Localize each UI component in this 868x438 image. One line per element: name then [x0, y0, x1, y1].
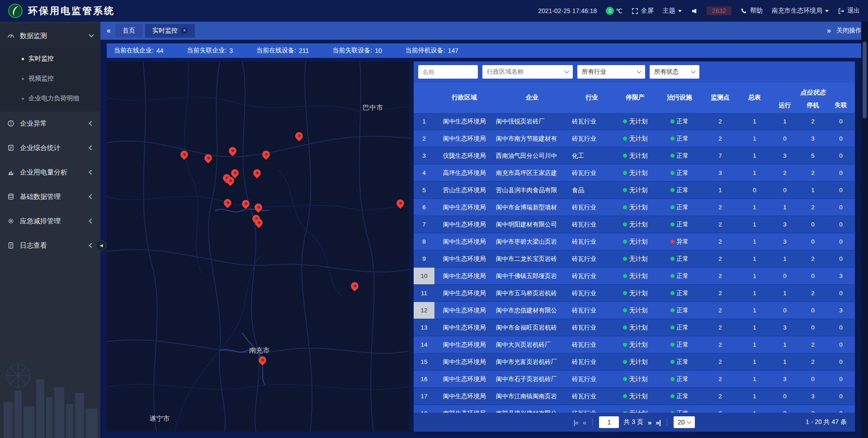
cell-run: 2 — [771, 165, 799, 181]
map-pin[interactable] — [253, 169, 263, 179]
org-selector[interactable]: 南充市生态环境局 — [772, 7, 829, 15]
sidebar-group[interactable]: 企业用电量分析 — [0, 160, 100, 184]
sidebar-group[interactable]: 企业异常 — [0, 111, 100, 136]
map-pin[interactable] — [259, 356, 269, 366]
cell-industry: 食品 — [570, 182, 613, 198]
chevron-left-icon — [89, 170, 94, 174]
table-row[interactable]: 11阆中生态环境局阆中市五马桥页岩机砖砖瓦行业无计划正常21120 — [414, 285, 855, 302]
table-row[interactable]: 5营山生态环境局营山县润丰肉食品有限食品无计划正常10010 — [414, 182, 855, 199]
sidebar-group-label: 企业异常 — [20, 119, 84, 128]
sidebar-subitem[interactable]: 实时监控 — [0, 49, 100, 69]
announcement-button[interactable] — [691, 8, 698, 14]
region-filter-select[interactable]: 行政区域名称 — [482, 65, 573, 79]
map-pin[interactable] — [351, 282, 361, 292]
last-page-button[interactable]: »| — [656, 419, 660, 426]
map-pin[interactable] — [396, 199, 406, 209]
first-page-button[interactable]: |« — [574, 419, 579, 426]
table-row[interactable]: 6阆中生态环境局阆中市金博瑞新型墙材砖瓦行业无计划正常21120 — [414, 199, 855, 216]
sidebar-group[interactable]: 应急减排管理 — [0, 209, 100, 233]
table-row[interactable]: 3仪陇生态环境局西南油气田分公司川中化工无计划正常71350 — [414, 147, 855, 165]
table-row[interactable]: 17阆中生态环境局阆中市江南镇阆南页岩砖瓦行业无计划正常21030 — [414, 388, 855, 405]
status-filter-select[interactable]: 所有状态 — [650, 65, 699, 79]
cell-industry: 砖瓦行业 — [570, 388, 613, 405]
table-row[interactable]: 10阆中生态环境局阆中千佛镇五郎垭页岩砖瓦行业无计划正常21003 — [414, 268, 855, 285]
cell-index: 10 — [414, 268, 434, 284]
table-row[interactable]: 1阆中生态环境局阆中强锐页岩砖厂砖瓦行业无计划正常21120 — [414, 113, 855, 130]
cell-run: 3 — [771, 216, 799, 233]
cell-points: 2 — [702, 388, 738, 405]
tab-bar: « 首页实时监控× » 关闭操作 — [100, 22, 868, 40]
cell-stop: 3 — [799, 130, 827, 147]
cell-points: 2 — [702, 353, 738, 370]
fullscreen-button[interactable]: 全屏 — [632, 7, 654, 15]
prev-page-button[interactable]: « — [583, 419, 586, 426]
status-text: 无计划 — [629, 152, 648, 160]
cell-industry: 砖瓦行业 — [570, 250, 613, 267]
map-pin[interactable] — [242, 200, 252, 210]
pagination-divider — [667, 419, 667, 426]
map-pin[interactable] — [204, 154, 214, 164]
status-dot-green — [623, 240, 627, 244]
tab-close-icon[interactable]: × — [181, 28, 188, 34]
table-row[interactable]: 18南部生态环境局南部县建兴建材有限公砖瓦行业无计划正常21030 — [414, 405, 855, 413]
scrollbar-thumb[interactable] — [863, 42, 867, 118]
table-row[interactable]: 14阆中生态环境局阆中大兴页岩机砖厂砖瓦行业无计划正常21120 — [414, 336, 855, 353]
close-operations-button[interactable]: 关闭操作 — [836, 27, 862, 35]
table-row[interactable]: 4高坪生态环境局南充市高坪区王家店建砖瓦行业无计划正常31220 — [414, 165, 855, 182]
table-row[interactable]: 8阆中生态环境局阆中市枣碧大梁山页岩砖瓦行业无计划异常21300 — [414, 233, 855, 250]
table-row[interactable]: 7阆中生态环境局阆中明阳建材有限公司砖瓦行业无计划正常21300 — [414, 216, 855, 233]
tabs-back-icon[interactable]: « — [107, 27, 111, 35]
cell-points: 2 — [702, 336, 738, 353]
sidebar-collapse-button[interactable]: ◀ — [96, 240, 107, 251]
status-dot-red — [670, 240, 675, 244]
map-panel[interactable]: 巴中市南充市遂宁市 — [107, 61, 409, 432]
map-pin[interactable] — [229, 147, 239, 157]
map-pin[interactable] — [262, 151, 272, 160]
theme-button[interactable]: 主题 — [663, 7, 682, 15]
name-filter-input[interactable] — [418, 65, 478, 79]
cell-run: 3 — [771, 319, 799, 336]
alert-icon — [7, 120, 14, 127]
cell-lost: 0 — [827, 182, 855, 198]
sidebar-group[interactable]: 数据监测 — [0, 24, 100, 48]
table-row[interactable]: 9阆中生态环境局阆中市二龙长宝页岩砖砖瓦行业无计划正常21120 — [414, 250, 855, 268]
logout-button[interactable]: 退出 — [838, 7, 860, 15]
next-page-button[interactable]: » — [648, 419, 651, 426]
map-pin[interactable] — [224, 199, 234, 209]
table-row[interactable]: 16阆中生态环境局阆中市石子页岩机砖厂砖瓦行业无计划正常21300 — [414, 371, 855, 388]
map-pin[interactable] — [255, 203, 264, 213]
map-pin[interactable] — [226, 177, 236, 187]
cell-points: 2 — [702, 250, 738, 267]
pin-icon — [395, 198, 406, 209]
cell-lost: 0 — [827, 405, 855, 413]
status-text: 无计划 — [629, 375, 648, 383]
table-row[interactable]: 12阆中生态环境局阆中市忠信建材有限公砖瓦行业无计划正常21003 — [414, 302, 855, 319]
table-row[interactable]: 15阆中生态环境局阆中市光富页岩机砖厂砖瓦行业无计划正常21120 — [414, 353, 855, 371]
stat-label: 当前停机设备: — [406, 47, 445, 55]
pin-center-dot — [229, 179, 232, 183]
tab-0[interactable]: 首页 — [115, 24, 142, 38]
industry-filter-select[interactable]: 所有行业 — [577, 65, 645, 79]
sidebar-group[interactable]: 基础数据管理 — [0, 184, 100, 209]
sidebar-subitem[interactable]: 视频监控 — [0, 69, 100, 89]
status-dot-green — [623, 154, 627, 158]
cell-meters: 1 — [738, 319, 771, 336]
map-pin[interactable] — [295, 132, 305, 142]
map-pin[interactable] — [255, 219, 265, 229]
page-size-select[interactable]: 20 — [674, 416, 695, 428]
cell-lost: 0 — [827, 199, 855, 216]
page-number-input[interactable] — [599, 416, 619, 428]
sidebar-group[interactable]: 日志查看 — [0, 233, 100, 258]
table-row[interactable]: 13阆中生态环境局阆中市金福旺页岩机砖砖瓦行业无计划正常21300 — [414, 319, 855, 336]
help-button[interactable]: 帮助 — [741, 7, 763, 15]
table-row[interactable]: 2阆中生态环境局阆中市南方节能建材有砖瓦行业无计划正常21030 — [414, 130, 855, 147]
cell-company: 阆中市南方节能建材有 — [494, 130, 570, 147]
tabs-forward-icon[interactable]: » — [827, 27, 831, 35]
cell-index: 18 — [414, 405, 434, 413]
tab-1[interactable]: 实时监控× — [145, 24, 195, 38]
sidebar-subitem[interactable]: 企业电力负荷明细 — [0, 89, 100, 108]
sidebar-group[interactable]: 企业综合统计 — [0, 136, 100, 160]
skyline-decoration — [0, 348, 100, 438]
map-pin[interactable] — [180, 151, 190, 160]
cell-run: 3 — [771, 371, 799, 387]
